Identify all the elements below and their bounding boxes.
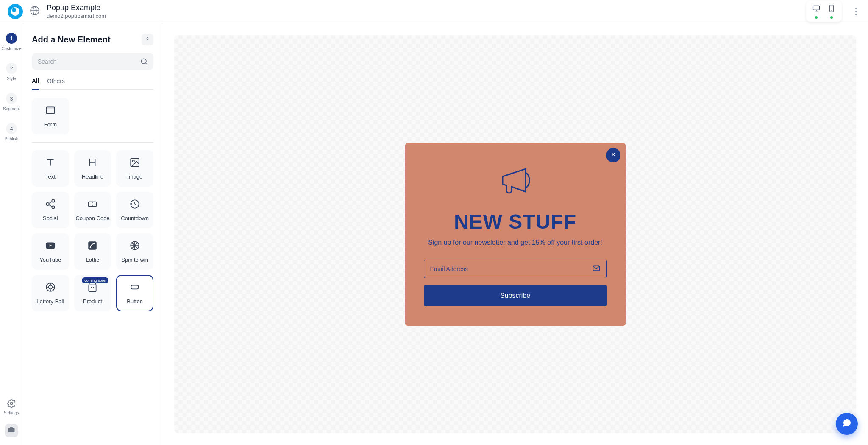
element-label: Button xyxy=(127,298,143,305)
form-icon xyxy=(45,105,56,117)
desktop-preview-button[interactable] xyxy=(812,4,821,19)
svg-rect-17 xyxy=(593,266,599,271)
device-toggle xyxy=(806,1,842,22)
element-tabs: All Others xyxy=(32,78,153,90)
tab-others[interactable]: Others xyxy=(47,78,65,89)
lottie-icon xyxy=(87,240,98,252)
element-label: Social xyxy=(43,215,58,221)
popup-close-button[interactable] xyxy=(606,148,620,162)
status-dot xyxy=(815,16,818,19)
element-label: Spin to win xyxy=(121,257,148,263)
monitor-icon xyxy=(812,4,821,14)
step-label: Customize xyxy=(1,46,21,51)
step-customize[interactable]: 1 Customize xyxy=(1,33,21,51)
element-product[interactable]: coming soon Product xyxy=(74,275,111,311)
search-wrap xyxy=(32,53,153,70)
coming-soon-badge: coming soon xyxy=(82,277,108,283)
popup-preview[interactable]: NEW STUFF Sign up for our newsletter and… xyxy=(405,143,626,326)
element-picker-panel: Add a New Element All Others Form Text xyxy=(23,23,162,445)
close-icon xyxy=(610,151,616,159)
megaphone-icon xyxy=(424,160,607,202)
element-spin[interactable]: Spin to win xyxy=(116,233,153,270)
chat-fab[interactable] xyxy=(836,413,858,435)
popup-domain: demo2.popupsmart.com xyxy=(47,13,106,20)
step-label: Segment xyxy=(3,106,20,111)
step-rail: 1 Customize 2 Style 3 Segment 4 Publish … xyxy=(0,23,23,445)
svg-rect-16 xyxy=(131,285,138,289)
back-button[interactable] xyxy=(142,34,153,45)
globe-icon xyxy=(30,6,40,17)
step-number: 3 xyxy=(6,93,17,104)
element-label: Lottie xyxy=(86,257,100,263)
element-social[interactable]: Social xyxy=(32,192,69,228)
arrow-left-icon xyxy=(145,36,150,43)
svg-rect-2 xyxy=(830,5,833,12)
divider xyxy=(32,142,153,143)
mail-icon xyxy=(592,264,601,274)
briefcase-button[interactable] xyxy=(5,424,18,437)
image-icon xyxy=(129,157,140,169)
step-segment[interactable]: 3 Segment xyxy=(3,93,20,111)
step-style[interactable]: 2 Style xyxy=(6,63,17,81)
button-icon xyxy=(129,282,140,294)
element-text[interactable]: Text xyxy=(32,150,69,187)
search-input[interactable] xyxy=(32,53,153,70)
app-header: Popup Example demo2.popupsmart.com xyxy=(0,0,868,23)
svg-rect-12 xyxy=(89,241,97,250)
element-label: Form xyxy=(44,121,57,128)
element-lottie[interactable]: Lottie xyxy=(74,233,111,270)
element-label: Image xyxy=(127,174,142,180)
svg-point-4 xyxy=(141,59,146,64)
svg-point-15 xyxy=(48,285,52,289)
element-label: Lottery Ball xyxy=(36,298,64,305)
history-icon xyxy=(129,199,140,211)
element-lottery[interactable]: Lottery Ball xyxy=(32,275,69,311)
element-coupon[interactable]: Coupon Code xyxy=(74,192,111,228)
element-label: Coupon Code xyxy=(75,215,109,221)
header-title-block: Popup Example demo2.popupsmart.com xyxy=(47,3,106,19)
popup-title: Popup Example xyxy=(47,3,106,13)
step-label: Publish xyxy=(5,137,19,141)
svg-point-9 xyxy=(46,203,49,206)
headline-icon xyxy=(87,157,98,169)
svg-point-8 xyxy=(52,199,55,202)
shopping-bag-icon xyxy=(87,282,98,294)
status-dot xyxy=(830,16,833,19)
tab-all[interactable]: All xyxy=(32,78,39,90)
element-form[interactable]: Form xyxy=(32,98,69,134)
element-label: Text xyxy=(45,174,56,180)
element-image[interactable]: Image xyxy=(116,150,153,187)
settings-button[interactable]: Settings xyxy=(4,399,19,415)
element-label: YouTube xyxy=(39,257,61,263)
chat-icon xyxy=(842,418,852,430)
phone-icon xyxy=(827,4,836,14)
panel-title: Add a New Element xyxy=(32,35,111,45)
canvas-area: NEW STUFF Sign up for our newsletter and… xyxy=(162,23,868,445)
svg-point-3 xyxy=(10,402,13,405)
app-logo xyxy=(8,4,23,19)
step-publish[interactable]: 4 Publish xyxy=(5,123,19,141)
canvas-frame[interactable]: NEW STUFF Sign up for our newsletter and… xyxy=(174,35,856,433)
popup-subtext: Sign up for our newsletter and get 15% o… xyxy=(424,238,607,248)
popup-headline: NEW STUFF xyxy=(424,210,607,233)
briefcase-icon xyxy=(8,426,15,435)
element-countdown[interactable]: Countdown xyxy=(116,192,153,228)
subscribe-button[interactable]: Subscribe xyxy=(424,285,607,306)
step-label: Style xyxy=(7,76,16,81)
popup-email-row xyxy=(424,260,607,278)
element-label: Countdown xyxy=(121,215,149,221)
svg-rect-1 xyxy=(813,6,820,10)
element-button[interactable]: Button xyxy=(116,275,153,311)
email-input[interactable] xyxy=(430,266,592,272)
mobile-preview-button[interactable] xyxy=(827,4,836,19)
element-youtube[interactable]: YouTube xyxy=(32,233,69,270)
element-headline[interactable]: Headline xyxy=(74,150,111,187)
step-number: 2 xyxy=(6,63,17,74)
step-number: 1 xyxy=(6,33,17,44)
element-label: Headline xyxy=(82,174,103,180)
more-menu-button[interactable] xyxy=(852,4,860,19)
youtube-icon xyxy=(45,240,56,252)
svg-point-7 xyxy=(133,160,134,162)
ticket-icon xyxy=(87,199,98,211)
element-label: Product xyxy=(83,298,102,305)
